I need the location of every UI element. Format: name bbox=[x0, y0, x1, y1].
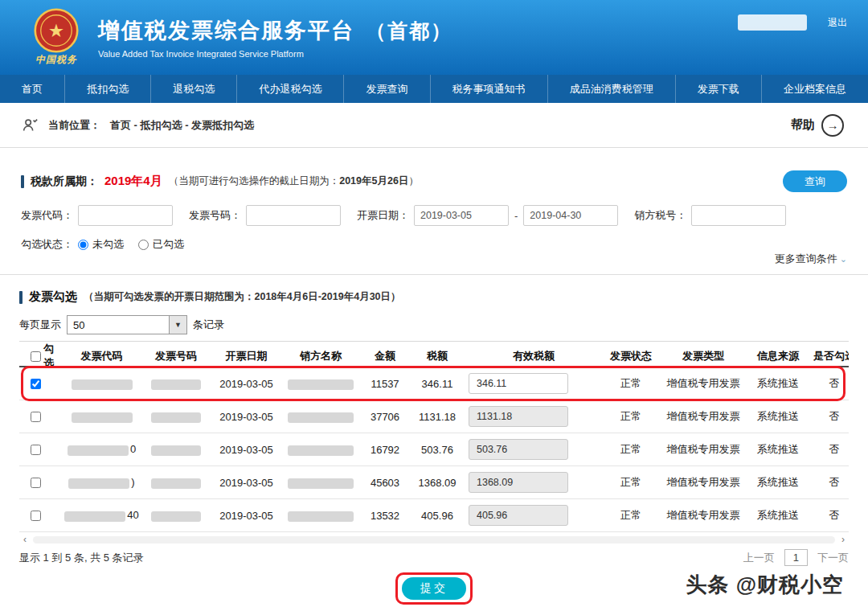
tax-cell: 405.96 bbox=[409, 510, 465, 522]
row-checkbox[interactable] bbox=[31, 379, 41, 389]
effective-tax-input[interactable] bbox=[469, 373, 568, 394]
col-invoice-number: 发票号码 bbox=[140, 349, 212, 363]
radio-unchecked-input[interactable] bbox=[78, 240, 88, 250]
info-source-cell: 系统推送 bbox=[747, 442, 809, 457]
radio-unchecked[interactable]: 未勾选 bbox=[78, 237, 124, 252]
nav-item-deduction-check[interactable]: 抵扣勾选 bbox=[65, 75, 151, 103]
redacted-num bbox=[151, 478, 201, 489]
invoice-table: 勾选 发票代码 发票号码 开票日期 销方名称 金额 税额 有效税额 发票状态 发… bbox=[19, 341, 849, 532]
invoice-status-cell: 正常 bbox=[602, 508, 660, 523]
amount-cell: 11537 bbox=[361, 378, 409, 390]
code-suffix: 0 bbox=[130, 443, 136, 455]
more-conditions-link[interactable]: 更多查询条件⌄ bbox=[775, 252, 847, 265]
invoice-code-cell bbox=[63, 377, 140, 389]
page-size-suffix: 条记录 bbox=[193, 318, 224, 332]
col-seller-name: 销方名称 bbox=[280, 349, 361, 363]
invoice-status-cell: 正常 bbox=[602, 442, 660, 457]
seller-name-cell bbox=[280, 410, 361, 422]
effective-tax-input[interactable] bbox=[469, 472, 568, 493]
current-page-box[interactable]: 1 bbox=[784, 549, 808, 566]
effective-tax-cell bbox=[465, 505, 602, 526]
query-button[interactable]: 查询 bbox=[783, 170, 847, 192]
invoice-code-input[interactable] bbox=[78, 205, 173, 226]
invoice-code-cell: 40 bbox=[63, 509, 140, 521]
amount-cell: 13532 bbox=[361, 510, 409, 522]
nav-item-home[interactable]: 首页 bbox=[0, 75, 65, 103]
invoice-date-cell: 2019-03-05 bbox=[212, 411, 280, 423]
breadcrumb: 首页 - 抵扣勾选 - 发票抵扣勾选 bbox=[110, 118, 254, 133]
radio-checked[interactable]: 已勾选 bbox=[138, 237, 184, 252]
info-source-cell: 系统推送 bbox=[747, 376, 809, 391]
is-checked-cell: 否 bbox=[809, 475, 849, 490]
effective-tax-input[interactable] bbox=[469, 505, 568, 526]
radio-checked-input[interactable] bbox=[138, 240, 149, 250]
logout-link[interactable]: 退出 bbox=[828, 16, 847, 30]
invoice-no-input[interactable] bbox=[246, 205, 341, 226]
more-conditions-label: 更多查询条件 bbox=[775, 252, 837, 265]
prev-page-link[interactable]: 上一页 bbox=[743, 551, 775, 565]
invoice-table-body: 2019-03-0511537346.11正常增值税专用发票系统推送否20201… bbox=[19, 367, 849, 532]
seller-tax-no-label: 销方税号： bbox=[634, 208, 686, 223]
period-note-date: 2019年5月26日 bbox=[339, 175, 408, 187]
scroll-right-icon[interactable]: › bbox=[837, 534, 849, 545]
tax-cell: 346.11 bbox=[409, 378, 465, 390]
col-is-checked: 是否勾选 bbox=[809, 349, 849, 363]
redacted-code bbox=[68, 478, 129, 489]
nav-item-enterprise-file[interactable]: 企业档案信息 bbox=[762, 75, 868, 103]
effective-tax-input[interactable] bbox=[469, 439, 568, 460]
is-checked-cell: 否 bbox=[809, 508, 849, 523]
invoice-type-cell: 增值税专用发票 bbox=[660, 442, 747, 457]
redacted-num bbox=[151, 379, 201, 390]
invoice-status-cell: 正常 bbox=[602, 376, 660, 391]
horizontal-scrollbar[interactable]: ‹ › bbox=[19, 534, 849, 545]
col-info-source: 信息来源 bbox=[747, 349, 809, 363]
help-button[interactable]: 帮助 → bbox=[791, 114, 844, 137]
chevron-down-icon: ⌄ bbox=[840, 254, 847, 264]
is-checked-cell: 否 bbox=[809, 376, 849, 391]
col-invoice-code: 发票代码 bbox=[63, 349, 140, 363]
tax-cell: 503.76 bbox=[409, 444, 465, 456]
scroll-left-icon[interactable]: ‹ bbox=[19, 534, 31, 545]
next-page-link[interactable]: 下一页 bbox=[817, 551, 849, 565]
submit-button[interactable]: 提交 bbox=[402, 577, 466, 600]
select-all-checkbox[interactable] bbox=[31, 351, 41, 362]
title-block: 增值税发票综合服务平台 （首都） Value Added Tax Invoice… bbox=[98, 16, 452, 59]
dropdown-arrow-icon[interactable]: ▼ bbox=[169, 316, 186, 334]
seller-tax-no-input[interactable] bbox=[691, 205, 786, 226]
date-to-input[interactable] bbox=[523, 205, 618, 226]
invoice-code-cell: 0 bbox=[63, 443, 140, 455]
invoice-check-note: （当期可勾选发票的开票日期范围为：2018年4月6日-2019年4月30日） bbox=[84, 290, 401, 304]
col-tax: 税额 bbox=[409, 349, 465, 363]
page-size-select[interactable]: 50 ▼ bbox=[67, 315, 187, 334]
col-effective-tax: 有效税额 bbox=[465, 349, 602, 363]
seller-name-cell bbox=[280, 476, 361, 488]
redacted-code bbox=[64, 511, 125, 522]
nav-item-tax-notice[interactable]: 税务事项通知书 bbox=[431, 75, 548, 103]
nav-item-oil-tax-mgmt[interactable]: 成品油消费税管理 bbox=[548, 75, 676, 103]
date-from-input[interactable] bbox=[414, 205, 509, 226]
breadcrumb-row: 当前位置： 首页 - 抵扣勾选 - 发票抵扣勾选 帮助 → bbox=[0, 103, 868, 148]
svg-text:★: ★ bbox=[48, 20, 64, 41]
redacted-num bbox=[151, 445, 201, 456]
seller-name-cell bbox=[280, 377, 361, 389]
nav-item-refund-check[interactable]: 退税勾选 bbox=[151, 75, 237, 103]
row-checkbox[interactable] bbox=[31, 412, 41, 422]
effective-tax-cell bbox=[465, 406, 602, 427]
redacted-code bbox=[68, 445, 129, 456]
watermark: 头条 @财税小空 bbox=[686, 571, 844, 599]
nav-item-invoice-download[interactable]: 发票下载 bbox=[676, 75, 762, 103]
scrollbar-track[interactable] bbox=[33, 536, 835, 543]
invoice-check-title: 发票勾选 bbox=[29, 289, 77, 305]
page-subtitle: Value Added Tax Invoice Integrated Servi… bbox=[98, 49, 452, 59]
page-title: 增值税发票综合服务平台 bbox=[98, 16, 354, 45]
row-checkbox[interactable] bbox=[31, 478, 41, 488]
effective-tax-input[interactable] bbox=[469, 406, 568, 427]
table-row: )2019-03-05456031368.09正常增值税专用发票系统推送否20 bbox=[19, 466, 849, 499]
amount-cell: 37706 bbox=[361, 411, 409, 423]
table-row: 402019-03-0513532405.96正常增值税专用发票系统推送否20 bbox=[19, 499, 849, 532]
row-checkbox[interactable] bbox=[31, 511, 41, 521]
nav-item-invoice-query[interactable]: 发票查询 bbox=[344, 75, 430, 103]
nav-item-agent-refund-check[interactable]: 代办退税勾选 bbox=[237, 75, 344, 103]
redacted-seller bbox=[288, 511, 354, 522]
row-checkbox[interactable] bbox=[31, 445, 41, 455]
